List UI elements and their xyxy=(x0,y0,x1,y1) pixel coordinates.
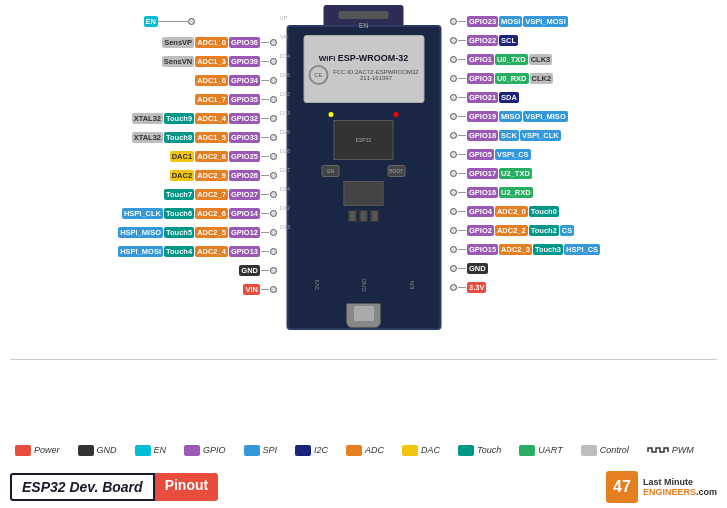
line7 xyxy=(261,156,269,157)
pin-gpio16: GPIO16 U2_RXD xyxy=(450,183,725,202)
line9 xyxy=(261,194,269,195)
wifi-module: WiFi ESP-WROOM-32 CE FCC ID:2AC7Z-ESPWRO… xyxy=(303,35,424,103)
rline12 xyxy=(458,230,466,231)
en-btn[interactable]: EN xyxy=(322,165,340,177)
dot-en xyxy=(188,18,195,25)
lbl-gpio12: GPIO12 xyxy=(229,227,260,238)
lbl-adc1-6: ADC1_6 xyxy=(195,75,228,86)
dot6 xyxy=(270,134,277,141)
d-27: D27 xyxy=(280,160,290,179)
label-gnd: GND xyxy=(362,278,368,291)
pin-gpio39: SensVN ADC1_3 GPIO39 xyxy=(2,52,277,71)
lbl-adc2-2: ADC2_2 xyxy=(495,225,528,236)
legend-control-color xyxy=(581,445,597,456)
dot9 xyxy=(270,191,277,198)
lbl-touch6: Touch6 xyxy=(164,208,194,219)
rline-3v3 xyxy=(458,287,466,288)
lbl-dac2: DAC2 xyxy=(170,170,194,181)
lbl-adc2-3: ADC2_3 xyxy=(499,244,532,255)
line10 xyxy=(261,213,269,214)
dot-gnd xyxy=(270,267,277,274)
legend-gpio-color xyxy=(184,445,200,456)
en-btn-label: EN xyxy=(327,168,334,174)
lbl-touch3: Touch3 xyxy=(533,244,563,255)
logo-icon: 47 xyxy=(606,471,638,503)
lbl-gpio35: GPIO35 xyxy=(229,94,260,105)
pinout-box: Pinout xyxy=(155,473,219,501)
lbl-touch4: Touch4 xyxy=(164,246,194,257)
legend-touch-color xyxy=(458,445,474,456)
lbl-gpio5: GPIO5 xyxy=(467,149,494,160)
flash-chip xyxy=(344,181,384,206)
lbl-scl: SCL xyxy=(499,35,518,46)
d-vn: VN xyxy=(280,27,290,46)
lbl-u0-rxd: U0_RXD xyxy=(495,73,529,84)
rline10 xyxy=(458,192,466,193)
pin-gpio27: Touch7 ADC2_7 GPIO27 xyxy=(2,185,277,204)
lbl-adc1-4: ADC1_4 xyxy=(195,113,228,124)
separator-line xyxy=(10,359,717,360)
lbl-u2-txd: U2_TXD xyxy=(499,168,532,179)
left-d-labels: VP VN D34 D35 D32 D33 D25 D26 D27 D14 D1… xyxy=(280,8,290,236)
legend-uart: UART xyxy=(519,445,562,456)
dot1 xyxy=(270,39,277,46)
rline13 xyxy=(458,249,466,250)
dot8 xyxy=(270,172,277,179)
legend-grid: Power GND EN GPIO SPI I2C xyxy=(15,444,712,456)
dot-r-3v3 xyxy=(450,284,457,291)
rline7 xyxy=(458,135,466,136)
logo-line1: Last Minute xyxy=(643,477,717,487)
pin-gpio4: GPIO4 ADC2_0 Touch0 xyxy=(450,202,725,221)
dot-r9 xyxy=(450,170,457,177)
antenna xyxy=(339,11,389,19)
legend-dac-color xyxy=(402,445,418,456)
rline9 xyxy=(458,173,466,174)
lbl-gpio19: GPIO19 xyxy=(467,111,498,122)
lbl-cs: CS xyxy=(560,225,574,236)
boot-btn[interactable]: BOOT xyxy=(387,165,405,177)
led1 xyxy=(328,112,333,117)
cap3 xyxy=(371,210,379,222)
lbl-touch2: Touch2 xyxy=(529,225,559,236)
lbl-touch0: Touch0 xyxy=(529,206,559,217)
dot3 xyxy=(270,77,277,84)
lbl-adc2-7: ADC2_7 xyxy=(195,189,228,200)
lbl-sensvp: SensVP xyxy=(162,37,194,48)
legend-i2c: I2C xyxy=(295,445,328,456)
rline8 xyxy=(458,154,466,155)
dot-r4 xyxy=(450,75,457,82)
lbl-gpio18: GPIO18 xyxy=(467,130,498,141)
line8 xyxy=(261,175,269,176)
lbl-gpio34: GPIO34 xyxy=(229,75,260,86)
d-33: D33 xyxy=(280,103,290,122)
pin-gpio3: GPIO3 U0_RXD CLK2 xyxy=(450,69,725,88)
legend-gpio: GPIO xyxy=(184,445,226,456)
lbl-vspi-clk: VSPI_CLK xyxy=(520,130,561,141)
d-35: D35 xyxy=(280,65,290,84)
usb-port xyxy=(346,303,381,328)
pwm-wave-icon xyxy=(647,444,669,456)
leds-row xyxy=(298,112,429,117)
dot-r-gnd xyxy=(450,265,457,272)
legend-touch: Touch xyxy=(458,445,501,456)
dot2 xyxy=(270,58,277,65)
pin-gpio32: XTAL32 Touch9 ADC1_4 GPIO32 xyxy=(2,109,277,128)
caps-row xyxy=(298,210,429,222)
rline4 xyxy=(458,78,466,79)
dot4 xyxy=(270,96,277,103)
lbl-gpio4: GPIO4 xyxy=(467,206,494,217)
board-layout: EN WiFi ESP-WROOM-32 CE FCC ID:2AC7Z-ESP… xyxy=(0,0,727,360)
line4 xyxy=(261,99,269,100)
dot12 xyxy=(270,248,277,255)
dot-vin xyxy=(270,286,277,293)
dot-r2 xyxy=(450,37,457,44)
lbl-adc1-7: ADC1_7 xyxy=(195,94,228,105)
lbl-gpio33: GPIO33 xyxy=(229,132,260,143)
lbl-gpio21: GPIO21 xyxy=(467,92,498,103)
brand-name: ESP32 Dev. Board xyxy=(22,479,143,495)
btn-row: EN BOOT xyxy=(298,165,429,177)
d-26: D26 xyxy=(280,141,290,160)
lbl-gpio2: GPIO2 xyxy=(467,225,494,236)
lbl-gpio16: GPIO16 xyxy=(467,187,498,198)
line1 xyxy=(261,42,269,43)
